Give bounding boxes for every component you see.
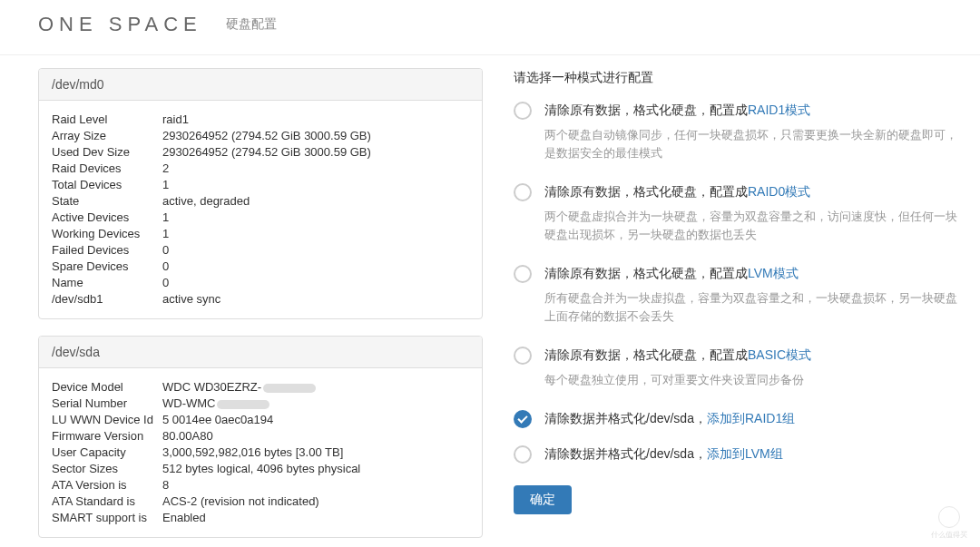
option-title-accent: 添加到RAID1组 [707,411,795,425]
kv-row: Array Size2930264952 (2794.52 GiB 3000.5… [52,128,469,144]
option-title-text: 清除数据并格式化/dev/sda， [544,411,707,425]
option-title-accent: RAID0模式 [748,184,810,199]
kv-val: 80.00A80 [162,428,469,444]
kv-val: 2930264952 (2794.52 GiB 3000.59 GB) [162,144,469,161]
kv-row: Serial NumberWD-WMC [52,396,469,412]
kv-row: Working Devices1 [52,226,469,242]
info-panel: /dev/md0Raid Levelraid1Array Size2930264… [38,68,483,319]
config-option[interactable]: 清除原有数据，格式化硬盘，配置成LVM模式所有硬盘合并为一块虚拟盘，容量为双盘容… [514,264,962,326]
config-option[interactable]: 清除数据并格式化/dev/sda，添加到LVM组 [514,444,962,464]
config-option[interactable]: 清除原有数据，格式化硬盘，配置成RAID0模式两个硬盘虚拟合并为一块硬盘，容量为… [514,182,962,244]
page-subtitle: 硬盘配置 [226,16,277,33]
option-title-text: 清除原有数据，格式化硬盘，配置成 [544,103,748,117]
option-title: 清除原有数据，格式化硬盘，配置成LVM模式 [544,264,962,282]
option-title-text: 清除数据并格式化/dev/sda， [544,446,707,461]
kv-row: Stateactive, degraded [52,193,469,210]
right-column: 请选择一种模式进行配置 清除原有数据，格式化硬盘，配置成RAID1模式两个硬盘自… [514,68,962,547]
kv-row: ATA Version is8 [52,477,469,493]
kv-val: active sync [162,291,469,308]
option-desc: 两个硬盘虚拟合并为一块硬盘，容量为双盘容量之和，访问速度快，但任何一块硬盘出现损… [544,208,962,244]
redacted-smudge [217,400,270,409]
kv-val: 3,000,592,982,016 bytes [3.00 TB] [162,444,469,461]
kv-row: Sector Sizes512 bytes logical, 4096 byte… [52,461,469,477]
kv-key: LU WWN Device Id [52,412,162,428]
kv-val: 8 [162,477,469,493]
kv-key: Firmware Version [52,428,162,444]
option-title-accent: RAID1模式 [748,103,810,117]
kv-row: User Capacity3,000,592,982,016 bytes [3.… [52,444,469,461]
kv-row: Active Devices1 [52,210,469,226]
kv-row: LU WWN Device Id5 0014ee 0aec0a194 [52,412,469,428]
kv-key: Serial Number [52,396,162,412]
radio-icon[interactable] [514,347,532,365]
kv-row: SMART support isEnabled [52,510,469,526]
redacted-smudge [263,384,316,393]
brand-logo: ONE SPACE [38,13,202,36]
option-title: 清除原有数据，格式化硬盘，配置成RAID1模式 [544,101,962,119]
radio-icon[interactable] [514,102,532,120]
option-title: 清除原有数据，格式化硬盘，配置成BASIC模式 [544,346,962,364]
kv-row: Failed Devices0 [52,242,469,259]
kv-key: Sector Sizes [52,461,162,477]
info-panel: /dev/sdaDevice ModelWDC WD30EZRZ-Serial … [38,336,483,538]
kv-val: 512 bytes logical, 4096 bytes physical [162,461,469,477]
kv-row: Name0 [52,275,469,291]
kv-key: Total Devices [52,177,162,193]
kv-val: 2930264952 (2794.52 GiB 3000.59 GB) [162,128,469,144]
option-title-text: 清除原有数据，格式化硬盘，配置成 [544,184,748,199]
config-option[interactable]: 清除原有数据，格式化硬盘，配置成BASIC模式每个硬盘独立使用，可对重要文件夹设… [514,346,962,389]
option-title-accent: LVM模式 [748,266,799,280]
kv-val: 0 [162,275,469,291]
kv-key: Raid Devices [52,161,162,177]
option-title-text: 清除原有数据，格式化硬盘，配置成 [544,266,748,280]
kv-key: Failed Devices [52,242,162,259]
kv-key: Active Devices [52,210,162,226]
panel-header: /dev/md0 [39,69,482,101]
kv-key: SMART support is [52,510,162,526]
radio-icon[interactable] [514,183,532,201]
option-desc: 所有硬盘合并为一块虚拟盘，容量为双盘容量之和，一块硬盘损坏，另一块硬盘上面存储的… [544,289,962,326]
config-option[interactable]: 清除原有数据，格式化硬盘，配置成RAID1模式两个硬盘自动镜像同步，任何一块硬盘… [514,101,962,162]
config-option[interactable]: 清除数据并格式化/dev/sda，添加到RAID1组 [514,409,962,428]
mode-prompt: 请选择一种模式进行配置 [514,70,962,101]
kv-row: /dev/sdb1active sync [52,291,469,308]
kv-key: State [52,193,162,210]
kv-val: active, degraded [162,193,469,210]
panel-body: Device ModelWDC WD30EZRZ-Serial NumberWD… [39,368,482,537]
app-header: ONE SPACE 硬盘配置 [0,0,980,55]
kv-val: 2 [162,161,469,177]
kv-row: Device ModelWDC WD30EZRZ- [52,379,469,396]
kv-key: Array Size [52,128,162,144]
option-title: 清除数据并格式化/dev/sda，添加到RAID1组 [544,409,962,427]
kv-val: Enabled [162,510,469,526]
option-title-accent: 添加到LVM组 [707,446,783,461]
kv-val: ACS-2 (revision not indicated) [162,493,469,510]
radio-icon[interactable] [514,410,532,428]
kv-val: 5 0014ee 0aec0a194 [162,412,469,428]
kv-row: Total Devices1 [52,177,469,193]
kv-key: Raid Level [52,112,162,128]
option-body: 清除数据并格式化/dev/sda，添加到RAID1组 [544,409,962,427]
option-body: 清除数据并格式化/dev/sda，添加到LVM组 [544,444,962,463]
kv-key: ATA Version is [52,477,162,493]
radio-icon[interactable] [514,265,532,283]
left-column: /dev/md0Raid Levelraid1Array Size2930264… [38,68,483,547]
option-body: 清除原有数据，格式化硬盘，配置成RAID0模式两个硬盘虚拟合并为一块硬盘，容量为… [544,182,962,244]
option-desc: 每个硬盘独立使用，可对重要文件夹设置同步备份 [544,371,962,389]
radio-icon[interactable] [514,445,532,464]
kv-key: Name [52,275,162,291]
kv-val: 0 [162,259,469,275]
option-body: 清除原有数据，格式化硬盘，配置成BASIC模式每个硬盘独立使用，可对重要文件夹设… [544,346,962,389]
confirm-button[interactable]: 确定 [514,485,572,514]
kv-val: 0 [162,242,469,259]
option-desc: 两个硬盘自动镜像同步，任何一块硬盘损坏，只需要更换一块全新的硬盘即可，是数据安全… [544,126,962,162]
kv-row: Used Dev Size2930264952 (2794.52 GiB 300… [52,144,469,161]
panel-body: Raid Levelraid1Array Size2930264952 (279… [39,101,482,318]
kv-row: ATA Standard isACS-2 (revision not indic… [52,493,469,510]
option-title-accent: BASIC模式 [748,347,811,362]
kv-val: 1 [162,177,469,193]
kv-row: Spare Devices0 [52,259,469,275]
panel-header: /dev/sda [39,337,482,368]
kv-val: raid1 [162,112,469,128]
kv-val: WDC WD30EZRZ- [162,379,469,396]
